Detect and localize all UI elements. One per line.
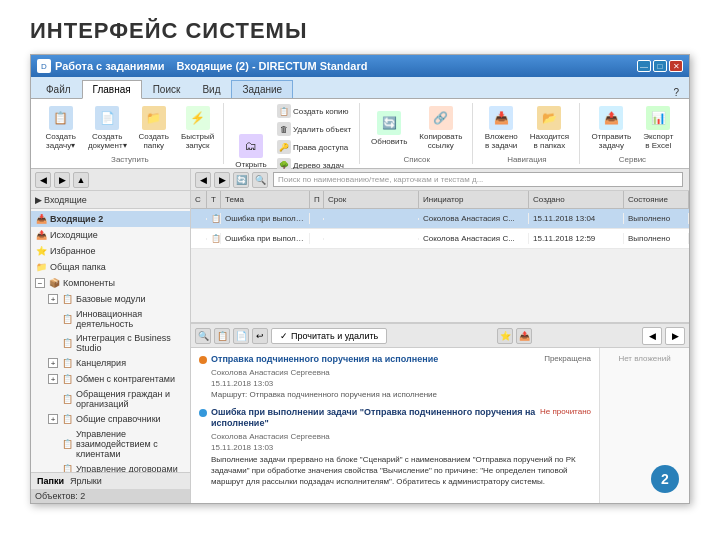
detail-item-1-title[interactable]: Отправка подчиненного поручения на испол… bbox=[211, 354, 438, 366]
access-rights-button[interactable]: 🔑Права доступа bbox=[274, 139, 354, 155]
cell-type: 📋 bbox=[207, 233, 221, 244]
in-tasks-button[interactable]: 📥 Вложенов задачи bbox=[480, 103, 523, 153]
group-label-nav: Навигация bbox=[507, 155, 547, 164]
tl-refresh-button[interactable]: 🔄 bbox=[233, 172, 249, 188]
col-created[interactable]: Создано bbox=[529, 191, 624, 208]
read-delete-button[interactable]: ✓ Прочитать и удалить bbox=[271, 328, 387, 344]
cell-deadline bbox=[324, 238, 419, 240]
col-status[interactable]: Состояние bbox=[624, 191, 689, 208]
sidebar-item-crm[interactable]: 📋 Управление взаимодействием с клиентами bbox=[31, 427, 190, 461]
nav-back-button[interactable]: ◀ bbox=[35, 172, 51, 188]
delete-icon: 🗑 bbox=[277, 122, 291, 136]
detail-next-btn[interactable]: ▶ bbox=[665, 327, 685, 345]
detail-star-btn[interactable]: ⭐ bbox=[497, 328, 513, 344]
sidebar-item-refs[interactable]: + 📋 Общие справочники bbox=[31, 411, 190, 427]
read-delete-label: Прочитать и удалить bbox=[291, 331, 378, 341]
expand-icon[interactable]: + bbox=[48, 414, 58, 424]
tab-view[interactable]: Вид bbox=[191, 80, 231, 98]
sidebar-item-inbox[interactable]: 📥 Входящие 2 bbox=[31, 211, 190, 227]
ribbon-group-service: 📤 Отправитьзадачу 📊 Экспортв Excel Серви… bbox=[582, 103, 683, 164]
expand-icon[interactable]: + bbox=[48, 374, 58, 384]
maximize-button[interactable]: □ bbox=[653, 60, 667, 72]
expand-icon[interactable]: + bbox=[48, 294, 58, 304]
refresh-button[interactable]: 🔄 Обновить bbox=[366, 108, 412, 149]
contracts-icon: 📋 bbox=[61, 463, 73, 472]
sidebar-item-label: Обращения граждан и организаций bbox=[76, 389, 186, 409]
create-folder-button[interactable]: 📁 Создатьпапку bbox=[134, 103, 174, 153]
cell-check bbox=[191, 218, 207, 220]
main-content: ◀ ▶ ▲ ▶ Входящие 📥 Входящие 2 📤 Исходящи… bbox=[31, 169, 689, 503]
item-dot-1 bbox=[199, 356, 207, 364]
detail-tb-btn2[interactable]: 📋 bbox=[214, 328, 230, 344]
breadcrumb-separator: ▶ bbox=[35, 195, 42, 205]
sidebar-item-outbox[interactable]: 📤 Исходящие bbox=[31, 227, 190, 243]
task-row[interactable]: 📋 Ошибка при выполн... Соколова Анастаси… bbox=[191, 229, 689, 249]
sidebar-item-label: Исходящие bbox=[50, 230, 98, 240]
minimize-button[interactable]: — bbox=[637, 60, 651, 72]
sidebar-item-shared[interactable]: 📁 Общая папка bbox=[31, 259, 190, 275]
tl-forward-button[interactable]: ▶ bbox=[214, 172, 230, 188]
nav-up-button[interactable]: ▲ bbox=[73, 172, 89, 188]
expand-icon[interactable]: + bbox=[48, 358, 58, 368]
detail-item-2: Ошибка при выполнении задачи "Отправка п… bbox=[199, 407, 591, 488]
open-card-icon: 🗂 bbox=[239, 134, 263, 158]
sidebar-item-chancellery[interactable]: + 📋 Канцелярия bbox=[31, 355, 190, 371]
detail-tb-btn3[interactable]: 📄 bbox=[233, 328, 249, 344]
cell-priority bbox=[310, 238, 324, 240]
task-list-area: ◀ ▶ 🔄 🔍 Поиск по наименованию/теме, карт… bbox=[191, 169, 689, 323]
in-folders-button[interactable]: 📂 Находитсяв папках bbox=[525, 103, 574, 153]
sidebar-item-label: Базовые модули bbox=[76, 294, 145, 304]
exchange-icon: 📋 bbox=[61, 373, 73, 385]
expand-icon[interactable]: − bbox=[35, 278, 45, 288]
sidebar-item-integration[interactable]: 📋 Интеграция с Business Studio bbox=[31, 331, 190, 355]
task-row[interactable]: 📋 Ошибка при выполн... Соколова Анастаси… bbox=[191, 209, 689, 229]
search-bar[interactable]: Поиск по наименованию/теме, карточкам и … bbox=[273, 172, 683, 187]
cell-author: Соколова Анастасия С... bbox=[419, 213, 529, 224]
app-window: D Работа с заданиями Входящие (2) - DIRE… bbox=[30, 54, 690, 504]
sidebar-tree[interactable]: 📥 Входящие 2 📤 Исходящие ⭐ Избранное 📁 О… bbox=[31, 209, 190, 472]
tab-task[interactable]: Задание bbox=[231, 80, 293, 98]
sidebar-item-label: Обмен с контрагентами bbox=[76, 374, 175, 384]
col-author[interactable]: Инициатор bbox=[419, 191, 529, 208]
sidebar-item-favorites[interactable]: ⭐ Избранное bbox=[31, 243, 190, 259]
tl-filter-button[interactable]: 🔍 bbox=[252, 172, 268, 188]
sidebar-item-citizens[interactable]: 📋 Обращения граждан и организаций bbox=[31, 387, 190, 411]
quick-launch-button[interactable]: ⚡ Быстрыйзапуск bbox=[176, 103, 219, 153]
detail-item-2-header: Ошибка при выполнении задачи "Отправка п… bbox=[199, 407, 591, 430]
detail-tb-btn4[interactable]: ↩ bbox=[252, 328, 268, 344]
tab-search[interactable]: Поиск bbox=[142, 80, 192, 98]
sidebar-item-contracts[interactable]: 📋 Управление договорами bbox=[31, 461, 190, 472]
read-delete-icon: ✓ bbox=[280, 331, 288, 341]
detail-prev-btn[interactable]: ◀ bbox=[642, 327, 662, 345]
col-check: С bbox=[191, 191, 207, 208]
create-task-button[interactable]: 📋 Создатьзадачу▾ bbox=[40, 103, 80, 153]
close-button[interactable]: ✕ bbox=[669, 60, 683, 72]
cell-status: Выполнено bbox=[624, 233, 689, 244]
tab-folders[interactable]: Папки bbox=[37, 476, 64, 486]
sidebar-item-basemod[interactable]: + 📋 Базовые модули bbox=[31, 291, 190, 307]
nav-forward-button[interactable]: ▶ bbox=[54, 172, 70, 188]
col-deadline[interactable]: Срок bbox=[324, 191, 419, 208]
send-task-button[interactable]: 📤 Отправитьзадачу bbox=[587, 103, 637, 153]
components-icon: 📦 bbox=[48, 277, 60, 289]
tab-home[interactable]: Главная bbox=[82, 80, 142, 99]
export-excel-button[interactable]: 📊 Экспортв Excel bbox=[638, 103, 678, 153]
window-title: Входящие (2) - DIRECTUM Standard bbox=[177, 60, 368, 72]
delete-object-button[interactable]: 🗑Удалить объект bbox=[274, 121, 354, 137]
copy-link-button[interactable]: 🔗 Копироватьссылку bbox=[414, 103, 467, 153]
tab-file[interactable]: Файл bbox=[35, 80, 82, 98]
sidebar-item-components[interactable]: − 📦 Компоненты bbox=[31, 275, 190, 291]
tl-back-button[interactable]: ◀ bbox=[195, 172, 211, 188]
detail-tb-btn1[interactable]: 🔍 bbox=[195, 328, 211, 344]
detail-item-2-title[interactable]: Ошибка при выполнении задачи "Отправка п… bbox=[211, 407, 536, 430]
sidebar-item-exchange[interactable]: + 📋 Обмен с контрагентами bbox=[31, 371, 190, 387]
integration-icon: 📋 bbox=[61, 337, 73, 349]
create-copy-button[interactable]: 📋Создать копию bbox=[274, 103, 354, 119]
ribbon-toolbar: 📋 Создатьзадачу▾ 📄 Создатьдокумент▾ 📁 Со… bbox=[31, 99, 689, 169]
col-theme[interactable]: Тема bbox=[221, 191, 310, 208]
sidebar-item-innovation[interactable]: 📋 Инновационная деятельность bbox=[31, 307, 190, 331]
tab-shortcuts[interactable]: Ярлыки bbox=[70, 476, 102, 486]
window-controls: — □ ✕ bbox=[637, 60, 683, 72]
detail-share-btn[interactable]: 📤 bbox=[516, 328, 532, 344]
create-document-button[interactable]: 📄 Создатьдокумент▾ bbox=[83, 103, 132, 153]
